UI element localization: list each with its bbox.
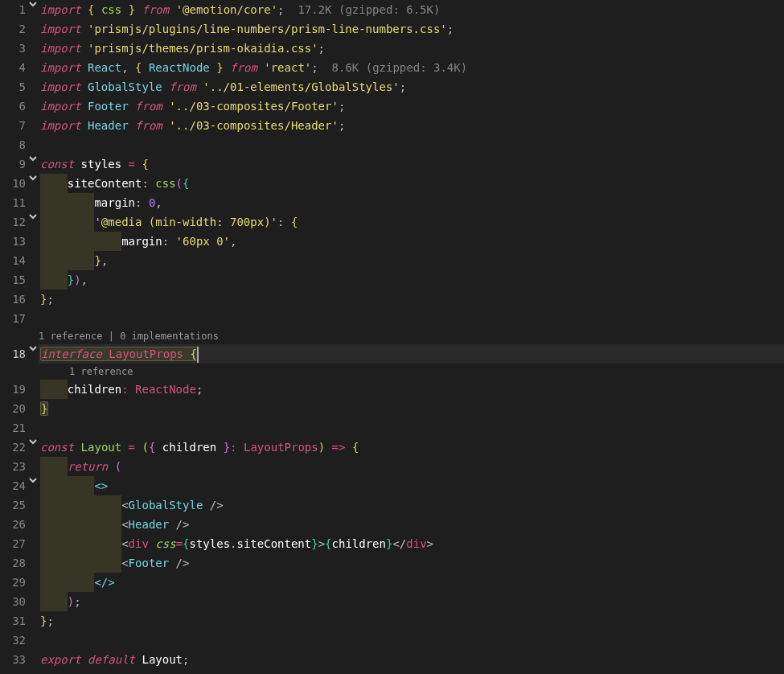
- line-number: 29: [0, 573, 27, 592]
- code-line[interactable]: 13 margin: '60px 0',: [0, 232, 784, 251]
- code-line[interactable]: 18 interface LayoutProps {: [0, 344, 784, 364]
- line-number: 3: [0, 39, 27, 58]
- code-content[interactable]: import { css } from '@emotion/core'; 17.…: [39, 0, 784, 19]
- line-number: 33: [0, 650, 27, 669]
- code-line[interactable]: 1 import { css } from '@emotion/core'; 1…: [0, 0, 784, 19]
- code-line[interactable]: 21: [0, 418, 784, 438]
- bundle-size-hint: 17.2K (gzipped: 6.5K): [298, 3, 440, 16]
- code-line[interactable]: 16 };: [0, 290, 784, 309]
- code-line[interactable]: 22 const Layout = ({ children }: LayoutP…: [0, 438, 784, 457]
- code-line[interactable]: 2 import 'prismjs/plugins/line-numbers/p…: [0, 19, 784, 39]
- line-number: 9: [0, 154, 27, 174]
- code-line[interactable]: 28 <Footer />: [0, 553, 784, 573]
- code-line[interactable]: 5 import GlobalStyle from '../01-element…: [0, 77, 784, 97]
- code-line[interactable]: 23 return (: [0, 457, 784, 476]
- line-number: 5: [0, 77, 27, 97]
- line-number: 31: [0, 611, 27, 631]
- code-line[interactable]: 26 <Header />: [0, 515, 784, 534]
- code-line[interactable]: 15 }),: [0, 270, 784, 290]
- code-line[interactable]: 6 import Footer from '../03-composites/F…: [0, 97, 784, 116]
- code-line[interactable]: 24 <>: [0, 476, 784, 495]
- fold-icon[interactable]: [27, 438, 39, 446]
- line-number: 24: [0, 476, 27, 495]
- code-line[interactable]: 17: [0, 309, 784, 328]
- line-number: 23: [0, 457, 27, 476]
- line-number: 25: [0, 495, 27, 515]
- line-number: 11: [0, 193, 27, 212]
- code-line[interactable]: 31 };: [0, 611, 784, 631]
- bundle-size-hint: 8.6K (gzipped: 3.4K): [332, 61, 468, 74]
- code-line[interactable]: 3 import 'prismjs/themes/prism-okaidia.c…: [0, 39, 784, 58]
- fold-icon[interactable]: [27, 344, 39, 352]
- line-number: 15: [0, 270, 27, 290]
- line-number: 6: [0, 97, 27, 116]
- line-number: 32: [0, 631, 27, 650]
- codelens[interactable]: 1 reference: [0, 364, 784, 380]
- line-number: 7: [0, 116, 27, 135]
- fold-icon[interactable]: [27, 0, 39, 8]
- line-number: 8: [0, 135, 27, 154]
- line-number: 14: [0, 251, 27, 270]
- code-editor[interactable]: 1 import { css } from '@emotion/core'; 1…: [0, 0, 784, 669]
- line-number: 27: [0, 534, 27, 553]
- code-line[interactable]: 14 },: [0, 251, 784, 270]
- code-line[interactable]: 11 margin: 0,: [0, 193, 784, 212]
- code-line[interactable]: 33 export default Layout;: [0, 650, 784, 669]
- line-number: 28: [0, 553, 27, 573]
- fold-icon[interactable]: [27, 476, 39, 484]
- line-number: 30: [0, 592, 27, 611]
- line-number: 26: [0, 515, 27, 534]
- code-line[interactable]: 25 <GlobalStyle />: [0, 495, 784, 515]
- code-line[interactable]: 12 '@media (min-width: 700px)': {: [0, 212, 784, 232]
- fold-icon[interactable]: [27, 154, 39, 162]
- line-number: 13: [0, 232, 27, 251]
- line-number: 10: [0, 174, 27, 193]
- code-line[interactable]: 19 children: ReactNode;: [0, 380, 784, 399]
- code-line[interactable]: 7 import Header from '../03-composites/H…: [0, 116, 784, 135]
- line-number: 20: [0, 399, 27, 418]
- code-line[interactable]: 32: [0, 631, 784, 650]
- code-line[interactable]: 9 const styles = {: [0, 154, 784, 174]
- line-number: 21: [0, 418, 27, 438]
- line-number: 4: [0, 58, 27, 77]
- line-number: 2: [0, 19, 27, 39]
- line-number: 18: [0, 344, 27, 364]
- code-line[interactable]: 20 }: [0, 399, 784, 418]
- code-line[interactable]: 4 import React, { ReactNode } from 'reac…: [0, 58, 784, 77]
- fold-icon[interactable]: [27, 212, 39, 220]
- code-line[interactable]: 29 </>: [0, 573, 784, 592]
- code-line[interactable]: 10 siteContent: css({: [0, 174, 784, 193]
- code-line[interactable]: 8: [0, 135, 784, 154]
- fold-icon[interactable]: [27, 174, 39, 182]
- line-number: 1: [0, 0, 27, 19]
- line-number: 22: [0, 438, 27, 457]
- line-number: 19: [0, 380, 27, 399]
- text-cursor: [197, 347, 199, 363]
- line-number: 17: [0, 309, 27, 328]
- codelens[interactable]: 1 reference | 0 implementations: [0, 328, 784, 344]
- line-number: 12: [0, 212, 27, 232]
- code-line[interactable]: 27 <div css={styles.siteContent}>{childr…: [0, 534, 784, 553]
- code-line[interactable]: 30 );: [0, 592, 784, 611]
- line-number: 16: [0, 290, 27, 309]
